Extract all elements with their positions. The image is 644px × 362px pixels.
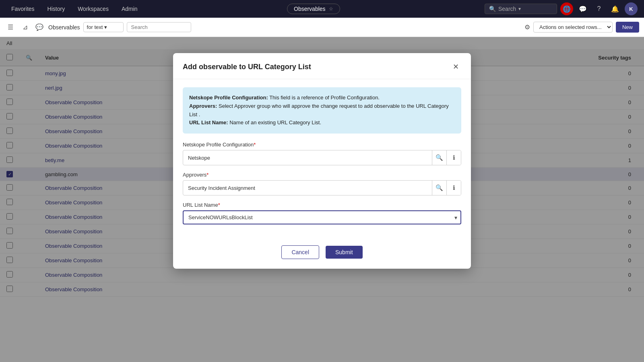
filter-icon: ⊿ — [23, 23, 28, 31]
actions-dropdown[interactable]: Actions on selected rows... — [533, 22, 613, 33]
modal-title: Add observable to URL Category List — [183, 63, 311, 71]
search-icon: 🔍 — [489, 6, 496, 12]
info-banner: Netskope Profile Configuration: This fie… — [183, 87, 461, 134]
profile-info-button[interactable]: ℹ — [446, 150, 461, 165]
avatar[interactable]: K — [625, 2, 638, 15]
observables-label: Observables — [294, 6, 326, 12]
url-list-select[interactable]: ServiceNOWURLsBlockList — [183, 210, 461, 224]
approvers-field-group: Approvers* 🔍 ℹ — [183, 172, 461, 195]
comment-button[interactable]: 💬 — [576, 2, 589, 15]
url-list-required-star: * — [218, 202, 220, 208]
menu-icon[interactable]: ☰ — [5, 22, 16, 33]
url-list-field-group: URL List Name* ServiceNOWURLsBlockList ▾ — [183, 202, 461, 224]
modal-overlay: Add observable to URL Category List ✕ Ne… — [0, 37, 644, 362]
nav-workspaces[interactable]: Workspaces — [73, 4, 114, 14]
approvers-field-label: Approvers* — [183, 172, 461, 178]
search-dropdown-arrow[interactable]: ▾ — [518, 6, 521, 12]
bell-button[interactable]: 🔔 — [609, 2, 621, 15]
comment-icon: 💬 — [579, 5, 587, 13]
top-search-bar[interactable]: 🔍 Search ▾ — [485, 4, 557, 14]
gear-icon[interactable]: ⚙ — [524, 23, 530, 31]
globe-icon: 🌐 — [563, 5, 571, 13]
chat-button[interactable]: 💬 — [34, 22, 45, 33]
approvers-search-button[interactable]: 🔍 — [432, 181, 446, 195]
hamburger-icon: ☰ — [8, 23, 13, 31]
modal-footer: Cancel Submit — [173, 239, 471, 269]
approvers-field: 🔍 ℹ — [183, 180, 461, 195]
help-button[interactable]: ? — [592, 2, 605, 15]
url-list-select-wrapper: ServiceNOWURLsBlockList ▾ — [183, 210, 461, 224]
avatar-initials: K — [629, 6, 633, 12]
approvers-info-icon: ℹ — [453, 184, 455, 191]
nav-favorites[interactable]: Favorites — [6, 4, 39, 14]
globe-button[interactable]: 🌐 — [560, 2, 573, 15]
breadcrumb: Observables — [48, 24, 80, 31]
main-content: All 🔍 Value Security tags mony.jpg0nerl.… — [0, 37, 644, 362]
sub-toolbar: ☰ ⊿ 💬 Observables for text ▾ ⚙ Actions o… — [0, 18, 644, 37]
profile-config-field: 🔍 ℹ — [183, 150, 461, 165]
profile-required-star: * — [254, 142, 256, 148]
modal-close-button[interactable]: ✕ — [450, 61, 461, 72]
nav-admin[interactable]: Admin — [117, 4, 142, 14]
modal: Add observable to URL Category List ✕ Ne… — [173, 53, 471, 269]
modal-header: Add observable to URL Category List ✕ — [173, 53, 471, 79]
approvers-required-star: * — [206, 172, 208, 178]
approvers-text: Select Approver group who will approve t… — [189, 103, 449, 117]
approvers-search-icon: 🔍 — [436, 184, 443, 191]
new-button[interactable]: New — [616, 22, 639, 33]
filter-text: for text — [87, 24, 103, 30]
profile-config-field-group: Netskope Profile Configuration* 🔍 ℹ — [183, 142, 461, 165]
nav-history[interactable]: History — [43, 4, 70, 14]
urllist-text: Name of an existing URL Category List. — [229, 119, 321, 125]
modal-body: Netskope Profile Configuration: This fie… — [173, 79, 471, 239]
search-input[interactable] — [127, 22, 191, 32]
nav-center: Observables ☆ — [146, 4, 481, 14]
profile-info-icon: ℹ — [453, 154, 455, 161]
filter-dropdown-arrow: ▾ — [104, 24, 107, 30]
nav-right: 🔍 Search ▾ 🌐 💬 ? 🔔 K — [485, 2, 638, 15]
cancel-button[interactable]: Cancel — [281, 245, 319, 259]
help-icon: ? — [597, 5, 601, 12]
star-icon[interactable]: ☆ — [329, 6, 333, 12]
profile-config-input[interactable] — [183, 152, 432, 164]
profile-config-text: This field is a reference of Profile Con… — [269, 95, 380, 101]
search-placeholder: Search — [498, 6, 516, 12]
filter-select[interactable]: for text ▾ — [83, 22, 124, 32]
submit-button[interactable]: Submit — [326, 246, 363, 259]
sub-toolbar-right: ⚙ Actions on selected rows... New — [524, 22, 639, 33]
profile-search-icon: 🔍 — [436, 154, 443, 161]
approvers-info-button[interactable]: ℹ — [446, 181, 461, 195]
chat-icon: 💬 — [35, 23, 43, 31]
observables-badge[interactable]: Observables ☆ — [287, 4, 340, 14]
approvers-input[interactable] — [183, 182, 432, 194]
filter-button[interactable]: ⊿ — [19, 22, 31, 33]
url-list-field-label: URL List Name* — [183, 202, 461, 208]
profile-config-label: Netskope Profile Configuration: — [189, 95, 268, 101]
top-nav: Favorites History Workspaces Admin Obser… — [0, 0, 644, 18]
profile-search-button[interactable]: 🔍 — [432, 150, 446, 165]
profile-config-field-label: Netskope Profile Configuration* — [183, 142, 461, 148]
approvers-label: Approvers: — [189, 103, 217, 109]
urllist-label: URL List Name: — [189, 119, 228, 125]
bell-icon: 🔔 — [611, 5, 619, 13]
